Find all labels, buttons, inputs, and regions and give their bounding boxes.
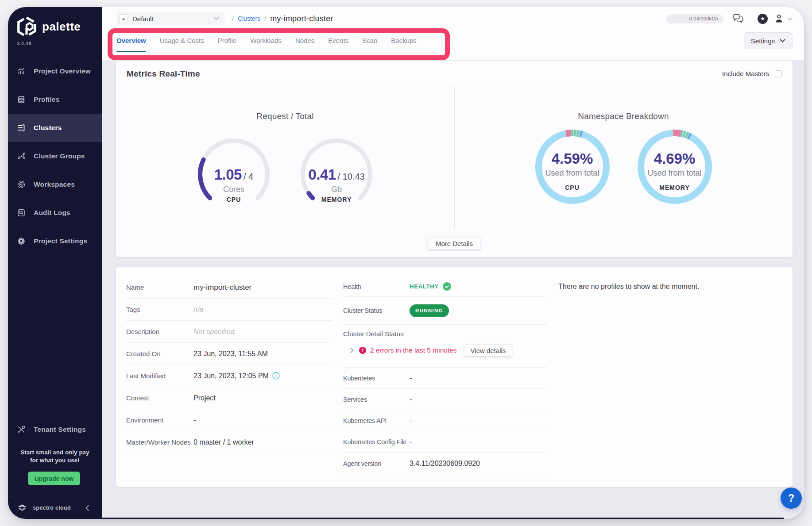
detail-label: Master/Worker Nodes (126, 438, 193, 446)
detail-row-description: Description Not specified. (126, 321, 332, 343)
tab-overview[interactable]: Overview (116, 37, 146, 52)
detail-value: 0 master / 1 worker (193, 438, 254, 446)
tab-scan[interactable]: Scan (362, 37, 377, 52)
view-details-button[interactable]: View details (464, 344, 513, 357)
breadcrumb-link-clusters[interactable]: Clusters (238, 15, 260, 22)
more-details-button[interactable]: More Details (428, 237, 481, 250)
memory-donut-label: MEMORY (637, 184, 712, 191)
sidebar-item-profiles[interactable]: Profiles (8, 85, 102, 114)
sidebar-item-label: Project Settings (34, 237, 87, 245)
sidebar-item-label: Workspaces (34, 180, 75, 188)
sidebar-item-audit-logs[interactable]: Audit Logs (8, 199, 102, 227)
include-masters-checkbox[interactable] (775, 70, 782, 77)
cluster-info-column: Name my-import-cluster Tags n/a Descript… (126, 276, 332, 475)
detail-value: Project (193, 394, 216, 402)
app-version: 3.4.48 (8, 41, 102, 46)
detail-label: Last Modified (126, 372, 193, 380)
cpu-donut-percent: 4.59% (535, 150, 610, 167)
settings-button[interactable]: Settings (744, 32, 793, 49)
chat-icon[interactable] (733, 14, 744, 23)
detail-row-agent-version: Agent version 3.4.11/20230609.0920 (343, 453, 547, 475)
main-area: Default / Clusters / my-import-cluster 0… (102, 7, 804, 519)
audit-logs-icon (17, 208, 26, 217)
breadcrumb-separator: / (264, 15, 266, 22)
chevron-right-icon[interactable] (350, 347, 354, 353)
detail-value: - (410, 374, 412, 382)
sidebar-item-clusters[interactable]: Clusters (8, 114, 102, 142)
detail-row-master-worker-nodes: Master/Worker Nodes 0 master / 1 worker (126, 431, 332, 453)
upgrade-promo-text: Start small and only pay for what you us… (8, 449, 102, 465)
topbar-right: 0.24/100kCh ★ (666, 14, 793, 24)
health-status-badge: HEALTHY (410, 282, 451, 291)
network-icon (17, 152, 26, 161)
detail-value: 23 Jun, 2023, 12:05 PM (193, 372, 269, 380)
star-badge-icon[interactable]: ★ (758, 14, 768, 24)
memory-gauge-value: 0.41 (308, 166, 336, 183)
detail-row-health: Health HEALTHY (343, 276, 547, 297)
upgrade-now-button[interactable]: Upgrade now (28, 472, 80, 485)
sidebar-item-label: Clusters (34, 124, 62, 132)
sidebar-item-workspaces[interactable]: Workspaces (8, 170, 102, 199)
sidebar-item-project-overview[interactable]: Project Overview (8, 57, 102, 85)
clusters-icon (17, 123, 26, 132)
detail-row-created-on: Created On 23 Jun, 2023, 11:55 AM (126, 343, 332, 365)
chevron-down-icon[interactable] (788, 17, 793, 20)
sidebar-item-cluster-groups[interactable]: Cluster Groups (8, 142, 102, 170)
detail-row-kubernetes-config-file: Kubernetes Config File - (343, 431, 547, 453)
detail-label: Created On (126, 350, 193, 357)
detail-value: my-import-cluster (193, 283, 251, 292)
metrics-card-header: Metrics Real-Time Include Masters (116, 61, 793, 87)
cpu-gauge-unit: Cores (194, 185, 274, 194)
tab-workloads[interactable]: Workloads (250, 37, 282, 52)
detail-value: - (410, 438, 412, 446)
project-selector-dropdown[interactable]: Default (116, 12, 224, 25)
namespace-breakdown-title: Namespace Breakdown (454, 111, 793, 121)
sidebar-item-label: Tenant Settings (34, 426, 86, 434)
detail-value: Not specified. (193, 328, 236, 336)
health-status-text: HEALTHY (410, 283, 439, 290)
breadcrumb-current: my-import-cluster (270, 14, 333, 23)
error-summary-text: 2 errors in the last 5 minutes (370, 346, 457, 354)
footer-brand-name: spectro cloud (33, 505, 71, 511)
tools-icon (17, 425, 26, 434)
metrics-card-title: Metrics Real-Time (127, 69, 200, 79)
detail-label: Kubernetes API (343, 417, 410, 424)
vertical-divider (454, 87, 455, 229)
info-icon[interactable] (272, 372, 280, 380)
detail-value: 23 Jun, 2023, 11:55 AM (193, 350, 268, 358)
detail-label: Health (343, 283, 410, 290)
sidebar-item-tenant-settings[interactable]: Tenant Settings (8, 415, 102, 444)
sidebar-item-label: Profiles (34, 96, 59, 104)
tab-profile[interactable]: Profile (218, 37, 237, 52)
help-button[interactable]: ? (781, 488, 802, 509)
detail-value: - (193, 416, 196, 424)
detail-row-last-modified: Last Modified 23 Jun, 2023, 12:05 PM (126, 365, 332, 387)
detail-value: 3.4.11/20230609.0920 (410, 460, 480, 468)
project-scope-icon (119, 14, 128, 23)
tab-usage-costs[interactable]: Usage & Costs (160, 37, 204, 52)
metrics-card-body: Request / Total 1.05/ 4 Cores CPU (116, 87, 793, 257)
breadcrumb: / Clusters / my-import-cluster (232, 14, 333, 23)
user-profile-icon[interactable] (774, 14, 784, 23)
sidebar-item-label: Project Overview (34, 67, 91, 75)
memory-donut-percent: 4.69% (637, 150, 712, 167)
cluster-detail-status-block: Cluster Detail Status ! 2 errors in the … (343, 325, 547, 368)
detail-label: Environment (126, 416, 193, 424)
detail-value: - (410, 417, 412, 425)
cpu-donut-caption: Used from total (535, 169, 610, 178)
tab-events[interactable]: Events (328, 37, 348, 52)
cpu-gauge-value: 1.05 (214, 166, 242, 183)
detail-label: Cluster Detail Status (343, 330, 547, 338)
collapse-sidebar-chevron-icon[interactable] (85, 504, 89, 511)
sidebar-item-project-settings[interactable]: Project Settings (8, 227, 102, 255)
memory-gauge: 0.41/ 10.43 Gb MEMORY (297, 134, 376, 214)
error-summary-row: ! 2 errors in the last 5 minutes View de… (343, 344, 547, 357)
detail-row-environment: Environment - (126, 409, 332, 431)
detail-label: Services (343, 396, 410, 403)
cpu-donut-label: CPU (535, 184, 610, 191)
tab-backups[interactable]: Backups (391, 37, 417, 52)
cpu-gauge-max: / 4 (244, 172, 253, 181)
tab-nodes[interactable]: Nodes (295, 37, 314, 52)
gauges-row: 1.05/ 4 Cores CPU 0.41/ 10.43 (116, 134, 454, 214)
breadcrumb-separator: / (232, 15, 234, 22)
